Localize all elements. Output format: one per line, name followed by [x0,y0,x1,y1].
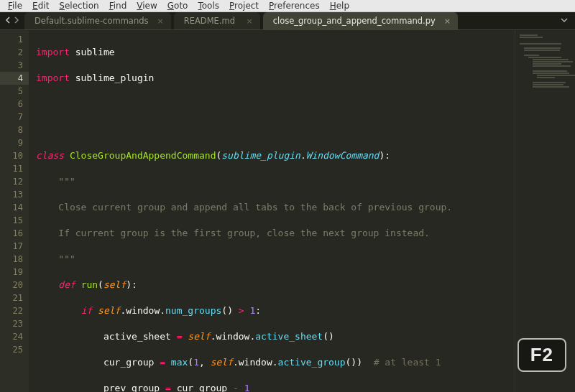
menu-edit[interactable]: Edit [27,0,54,11]
menu-project[interactable]: Project [224,0,264,11]
tab-label: close_group_and_append_command.py [273,16,436,26]
close-icon[interactable]: × [436,17,451,26]
editor: 123 4 5678910 1112131415 1617181920 2122… [0,30,575,392]
keypress-overlay: F2 [518,338,566,372]
menu-goto[interactable]: Goto [162,0,193,11]
tab-label: Default.sublime-commands [34,16,148,26]
tab-history-nav [3,13,24,29]
line-number-gutter: 123 4 5678910 1112131415 1617181920 2122… [0,30,29,392]
menu-tools[interactable]: Tools [193,0,224,11]
menu-selection[interactable]: Selection [54,0,104,11]
tab-close-group-command[interactable]: close_group_and_append_command.py × [263,12,458,29]
menu-help[interactable]: Help [325,0,354,11]
menu-preferences[interactable]: Preferences [264,0,325,11]
close-icon[interactable]: × [148,17,163,26]
tab-strip: Default.sublime-commands × README.md × c… [0,12,575,30]
code-area[interactable]: import sublime import sublime_plugin cla… [29,30,515,392]
menu-bar: File Edit Selection Find View Goto Tools… [0,0,575,12]
nav-forward-icon[interactable] [13,13,20,27]
close-icon[interactable]: × [237,17,252,26]
tab-readme[interactable]: README.md × [174,12,260,29]
nav-back-icon[interactable] [4,13,12,27]
menu-view[interactable]: View [132,0,162,11]
tab-overflow-icon[interactable] [558,13,572,29]
menu-file[interactable]: File [3,0,27,11]
tab-default-commands[interactable]: Default.sublime-commands × [24,12,171,29]
tab-label: README.md [184,16,235,26]
menu-find[interactable]: Find [104,0,132,11]
